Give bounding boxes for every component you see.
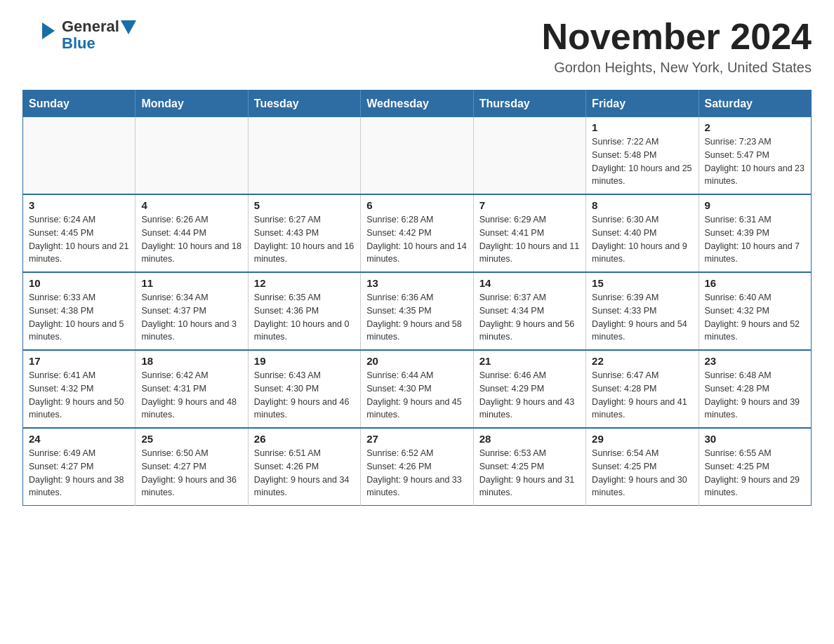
table-row: 16Sunrise: 6:40 AMSunset: 4:32 PMDayligh…	[699, 272, 811, 350]
day-number: 7	[479, 199, 580, 211]
day-number: 29	[592, 433, 692, 445]
day-number: 17	[29, 355, 129, 367]
day-number: 1	[592, 121, 692, 133]
table-row	[23, 117, 135, 194]
calendar-week-row: 3Sunrise: 6:24 AMSunset: 4:45 PMDaylight…	[23, 194, 812, 272]
svg-marker-3	[121, 20, 136, 34]
table-row: 24Sunrise: 6:49 AMSunset: 4:27 PMDayligh…	[23, 428, 135, 506]
day-number: 2	[705, 121, 805, 133]
day-number: 19	[254, 355, 355, 367]
day-number: 13	[366, 277, 467, 289]
day-info: Sunrise: 6:33 AMSunset: 4:38 PMDaylight:…	[29, 291, 129, 344]
day-number: 9	[705, 199, 805, 211]
table-row: 9Sunrise: 6:31 AMSunset: 4:39 PMDaylight…	[699, 194, 811, 272]
table-row: 11Sunrise: 6:34 AMSunset: 4:37 PMDayligh…	[135, 272, 248, 350]
day-info: Sunrise: 6:24 AMSunset: 4:45 PMDaylight:…	[29, 213, 129, 266]
title-section: November 2024 Gordon Heights, New York, …	[542, 17, 812, 76]
day-number: 27	[366, 433, 467, 445]
day-info: Sunrise: 6:48 AMSunset: 4:28 PMDaylight:…	[705, 369, 805, 422]
table-row: 13Sunrise: 6:36 AMSunset: 4:35 PMDayligh…	[361, 272, 473, 350]
day-number: 12	[254, 277, 355, 289]
table-row: 29Sunrise: 6:54 AMSunset: 4:25 PMDayligh…	[586, 428, 699, 506]
table-row: 21Sunrise: 6:46 AMSunset: 4:29 PMDayligh…	[473, 350, 585, 428]
day-number: 23	[705, 355, 805, 367]
day-number: 26	[254, 433, 355, 445]
table-row: 17Sunrise: 6:41 AMSunset: 4:32 PMDayligh…	[23, 350, 135, 428]
day-info: Sunrise: 6:44 AMSunset: 4:30 PMDaylight:…	[366, 369, 467, 422]
table-row: 27Sunrise: 6:52 AMSunset: 4:26 PMDayligh…	[361, 428, 473, 506]
table-row: 5Sunrise: 6:27 AMSunset: 4:43 PMDaylight…	[248, 194, 360, 272]
table-row: 1Sunrise: 7:22 AMSunset: 5:48 PMDaylight…	[586, 117, 699, 194]
day-info: Sunrise: 7:23 AMSunset: 5:47 PMDaylight:…	[705, 135, 805, 188]
day-info: Sunrise: 6:46 AMSunset: 4:29 PMDaylight:…	[479, 369, 580, 422]
table-row: 15Sunrise: 6:39 AMSunset: 4:33 PMDayligh…	[586, 272, 699, 350]
day-number: 30	[705, 433, 805, 445]
day-info: Sunrise: 6:42 AMSunset: 4:31 PMDaylight:…	[141, 369, 241, 422]
day-info: Sunrise: 6:47 AMSunset: 4:28 PMDaylight:…	[592, 369, 692, 422]
day-number: 21	[479, 355, 580, 367]
day-info: Sunrise: 6:49 AMSunset: 4:27 PMDaylight:…	[29, 447, 129, 499]
table-row: 8Sunrise: 6:30 AMSunset: 4:40 PMDaylight…	[586, 194, 699, 272]
table-row: 30Sunrise: 6:55 AMSunset: 4:25 PMDayligh…	[699, 428, 811, 506]
day-number: 8	[592, 199, 692, 211]
header-saturday: Saturday	[699, 90, 811, 118]
table-row: 2Sunrise: 7:23 AMSunset: 5:47 PMDaylight…	[699, 117, 811, 194]
logo-icon	[22, 17, 59, 53]
table-row	[248, 117, 360, 194]
day-number: 5	[254, 199, 355, 211]
table-row: 12Sunrise: 6:35 AMSunset: 4:36 PMDayligh…	[248, 272, 360, 350]
day-number: 15	[592, 277, 692, 289]
day-number: 10	[29, 277, 129, 289]
day-number: 20	[366, 355, 467, 367]
table-row: 10Sunrise: 6:33 AMSunset: 4:38 PMDayligh…	[23, 272, 135, 350]
svg-marker-1	[42, 22, 55, 39]
table-row: 23Sunrise: 6:48 AMSunset: 4:28 PMDayligh…	[699, 350, 811, 428]
table-row	[473, 117, 585, 194]
calendar-header-row: Sunday Monday Tuesday Wednesday Thursday…	[23, 90, 812, 118]
logo-triangle-icon	[121, 20, 136, 34]
table-row: 6Sunrise: 6:28 AMSunset: 4:42 PMDaylight…	[361, 194, 473, 272]
logo-general-text: General	[62, 18, 119, 36]
day-info: Sunrise: 6:54 AMSunset: 4:25 PMDaylight:…	[592, 447, 692, 499]
calendar-week-row: 24Sunrise: 6:49 AMSunset: 4:27 PMDayligh…	[23, 428, 812, 506]
table-row	[361, 117, 473, 194]
calendar-week-row: 1Sunrise: 7:22 AMSunset: 5:48 PMDaylight…	[23, 117, 812, 194]
day-info: Sunrise: 6:34 AMSunset: 4:37 PMDaylight:…	[141, 291, 241, 344]
day-number: 11	[141, 277, 241, 289]
table-row: 19Sunrise: 6:43 AMSunset: 4:30 PMDayligh…	[248, 350, 360, 428]
day-info: Sunrise: 6:35 AMSunset: 4:36 PMDaylight:…	[254, 291, 355, 344]
day-info: Sunrise: 6:40 AMSunset: 4:32 PMDaylight:…	[705, 291, 805, 344]
day-info: Sunrise: 6:41 AMSunset: 4:32 PMDaylight:…	[29, 369, 129, 422]
day-number: 16	[705, 277, 805, 289]
logo-blue-text: Blue	[62, 34, 136, 53]
day-info: Sunrise: 6:53 AMSunset: 4:25 PMDaylight:…	[479, 447, 580, 499]
header-monday: Monday	[135, 90, 248, 118]
table-row	[135, 117, 248, 194]
day-number: 22	[592, 355, 692, 367]
day-info: Sunrise: 6:39 AMSunset: 4:33 PMDaylight:…	[592, 291, 692, 344]
header-sunday: Sunday	[23, 90, 135, 118]
day-info: Sunrise: 6:30 AMSunset: 4:40 PMDaylight:…	[592, 213, 692, 266]
table-row: 14Sunrise: 6:37 AMSunset: 4:34 PMDayligh…	[473, 272, 585, 350]
day-info: Sunrise: 6:43 AMSunset: 4:30 PMDaylight:…	[254, 369, 355, 422]
day-number: 25	[141, 433, 241, 445]
day-info: Sunrise: 6:37 AMSunset: 4:34 PMDaylight:…	[479, 291, 580, 344]
day-info: Sunrise: 7:22 AMSunset: 5:48 PMDaylight:…	[592, 135, 692, 188]
day-info: Sunrise: 6:26 AMSunset: 4:44 PMDaylight:…	[141, 213, 241, 266]
table-row: 7Sunrise: 6:29 AMSunset: 4:41 PMDaylight…	[473, 194, 585, 272]
logo: General Blue	[22, 17, 136, 53]
calendar-week-row: 17Sunrise: 6:41 AMSunset: 4:32 PMDayligh…	[23, 350, 812, 428]
table-row: 20Sunrise: 6:44 AMSunset: 4:30 PMDayligh…	[361, 350, 473, 428]
day-info: Sunrise: 6:29 AMSunset: 4:41 PMDaylight:…	[479, 213, 580, 266]
calendar-week-row: 10Sunrise: 6:33 AMSunset: 4:38 PMDayligh…	[23, 272, 812, 350]
day-info: Sunrise: 6:28 AMSunset: 4:42 PMDaylight:…	[366, 213, 467, 266]
day-number: 3	[29, 199, 129, 211]
day-info: Sunrise: 6:27 AMSunset: 4:43 PMDaylight:…	[254, 213, 355, 266]
table-row: 28Sunrise: 6:53 AMSunset: 4:25 PMDayligh…	[473, 428, 585, 506]
day-info: Sunrise: 6:36 AMSunset: 4:35 PMDaylight:…	[366, 291, 467, 344]
header-thursday: Thursday	[473, 90, 585, 118]
day-number: 24	[29, 433, 129, 445]
page-header: General Blue November 2024 Gordon Height…	[22, 17, 812, 76]
day-number: 18	[141, 355, 241, 367]
header-friday: Friday	[586, 90, 699, 118]
